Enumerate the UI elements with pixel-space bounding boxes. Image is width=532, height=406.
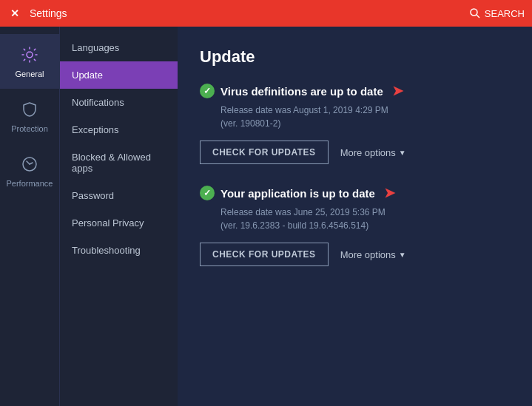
- virus-more-options-link[interactable]: More options ▼: [340, 147, 406, 158]
- general-icon: [19, 44, 40, 65]
- virus-check-icon: ✓: [200, 84, 215, 98]
- svg-point-0: [471, 9, 477, 16]
- search-label: SEARCH: [485, 8, 525, 19]
- virus-status-title: Virus definitions are up to date: [220, 85, 383, 98]
- application-section: ✓ Your application is up to date ➤ Relea…: [200, 185, 510, 266]
- nav-item-notifications[interactable]: Notifications: [60, 89, 178, 116]
- app-subtitle: Release date was June 25, 2019 5:36 PM (…: [220, 206, 510, 232]
- virus-chevron-icon: ▼: [399, 149, 406, 157]
- app-check-updates-button[interactable]: CHECK FOR UPDATES: [200, 243, 329, 266]
- sidebar-item-protection[interactable]: Protection: [0, 89, 59, 143]
- nav-item-troubleshooting[interactable]: Troubleshooting: [60, 237, 178, 264]
- virus-actions: CHECK FOR UPDATES More options ▼: [200, 141, 510, 164]
- nav-item-blocked-allowed[interactable]: Blocked & Allowed apps: [60, 143, 178, 182]
- search-button[interactable]: SEARCH: [470, 8, 525, 19]
- nav-item-personal-privacy[interactable]: Personal Privacy: [60, 209, 178, 237]
- nav-item-password[interactable]: Password: [60, 182, 178, 209]
- close-button[interactable]: ✕: [7, 6, 22, 21]
- svg-line-1: [477, 15, 479, 18]
- nav-sidebar: Languages Update Notifications Exception…: [59, 27, 178, 406]
- sidebar-item-performance[interactable]: Performance: [0, 143, 59, 198]
- search-icon: [470, 8, 480, 18]
- sidebar-label-performance: Performance: [7, 179, 53, 188]
- nav-item-update[interactable]: Update: [60, 61, 178, 89]
- nav-item-languages[interactable]: Languages: [60, 34, 178, 61]
- virus-definitions-section: ✓ Virus definitions are up to date ➤ Rel…: [200, 83, 510, 164]
- app-chevron-icon: ▼: [399, 251, 406, 259]
- sidebar-label-protection: Protection: [11, 124, 48, 133]
- app-check-icon: ✓: [200, 186, 215, 200]
- virus-subtitle: Release date was August 1, 2019 4:29 PM …: [220, 104, 510, 130]
- nav-item-exceptions[interactable]: Exceptions: [60, 116, 178, 143]
- app-status-title: Your application is up to date: [220, 187, 375, 200]
- app-arrow-indicator: ➤: [384, 185, 395, 201]
- icon-sidebar: General Protection Performance: [0, 27, 59, 406]
- sidebar-item-general[interactable]: General: [0, 34, 59, 89]
- sidebar-label-general: General: [15, 70, 44, 78]
- title-bar: ✕ Settings SEARCH: [0, 0, 532, 27]
- virus-check-updates-button[interactable]: CHECK FOR UPDATES: [200, 141, 329, 164]
- protection-icon: [19, 99, 40, 120]
- app-status-row: ✓ Your application is up to date ➤: [200, 185, 510, 201]
- performance-icon: [19, 154, 40, 175]
- app-more-options-link[interactable]: More options ▼: [340, 249, 406, 260]
- virus-status-row: ✓ Virus definitions are up to date ➤: [200, 83, 510, 99]
- app-title: Settings: [30, 7, 67, 19]
- main-layout: General Protection Performance: [0, 27, 532, 406]
- app-actions: CHECK FOR UPDATES More options ▼: [200, 243, 510, 266]
- virus-arrow-indicator: ➤: [392, 83, 403, 99]
- content-area: Update ✓ Virus definitions are up to dat…: [178, 27, 532, 406]
- page-title: Update: [200, 47, 510, 67]
